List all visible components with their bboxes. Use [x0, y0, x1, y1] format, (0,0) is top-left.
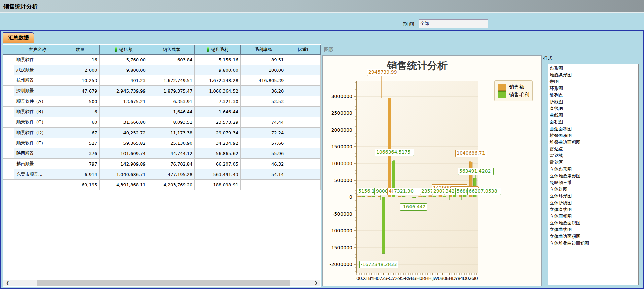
row-indicator: [3, 169, 14, 180]
column-header-cost[interactable]: 销售成本: [148, 45, 195, 55]
title-bar: 销售统计分析: [0, 0, 644, 13]
table-row[interactable]: 深圳顺景47,6792,945,739.991,879,375.471,066,…: [3, 86, 321, 96]
style-option[interactable]: 立体堆叠曲边面积图: [548, 240, 638, 247]
cell-margin: 36.20: [240, 86, 286, 96]
cell-qty: 6: [61, 107, 99, 117]
svg-text:2000000: 2000000: [331, 127, 352, 133]
cell-cost: 11,173.38: [148, 128, 195, 138]
row-indicator: [3, 148, 14, 159]
style-option[interactable]: 雷达线: [548, 152, 638, 159]
style-option[interactable]: 曲边面积图: [548, 125, 638, 132]
style-option[interactable]: 曼哈顿三维: [548, 179, 638, 186]
table-row[interactable]: 顺景软件（D）6740,252.7211,173.3829,079.3472.2…: [3, 128, 321, 138]
row-indicator: [3, 180, 14, 190]
cell-margin: [240, 107, 286, 117]
cell-name: 顺景软件（D）: [14, 128, 61, 138]
column-header-name[interactable]: 客户名称: [14, 45, 61, 55]
cell-name: 陕西顺景: [14, 148, 61, 159]
column-header-ratio[interactable]: 比重(: [286, 45, 321, 55]
cell-sales: 9,800.00: [99, 65, 148, 75]
horizontal-scrollbar[interactable]: ❮ ❯: [3, 280, 320, 286]
svg-text:-1500000: -1500000: [330, 245, 352, 250]
cell-ratio: [286, 180, 321, 190]
column-header-margin[interactable]: 毛利率%: [240, 45, 286, 55]
period-input[interactable]: [419, 19, 488, 28]
cell-sales: 4,391,868.11: [99, 180, 148, 190]
style-option[interactable]: 堆叠面积图: [548, 132, 638, 139]
cell-name: 顺景软件（C）: [14, 117, 61, 128]
style-option[interactable]: 雷达区: [548, 159, 638, 166]
style-option[interactable]: 散列点: [548, 92, 638, 99]
style-option[interactable]: 曲线图: [548, 112, 638, 119]
style-option[interactable]: 立体堆叠面积图: [548, 220, 638, 226]
scroll-right-icon[interactable]: ❯: [312, 280, 320, 286]
cell-sales: 59,365.82: [99, 138, 148, 148]
scrollbar-thumb[interactable]: [37, 280, 290, 286]
summary-table-panel: 客户名称数量销售额销售成本销售毛利毛利率%比重( 顺景软件165,760.006…: [3, 44, 321, 287]
column-header-sales[interactable]: 销售额: [99, 45, 148, 55]
chart-style-listbox[interactable]: 条形图堆叠条形图饼图环形图散列点折线图直线图曲线图面积图曲边面积图堆叠面积图堆叠…: [548, 64, 639, 285]
style-option[interactable]: 面积图: [548, 119, 638, 125]
table-row[interactable]: 顺景软件（E）52759,365.8225,130.9034,234.9257.…: [3, 138, 321, 148]
style-option[interactable]: 折线图: [548, 99, 638, 105]
svg-text:0: 0: [349, 194, 352, 200]
table-row[interactable]: 陕西顺景376101,609.7444,744.1256,865.6255.96: [3, 148, 321, 159]
style-option[interactable]: 立体曲线图: [548, 226, 638, 233]
tab-summary-data[interactable]: 汇总数据: [3, 32, 34, 43]
svg-text:1000000: 1000000: [331, 161, 352, 166]
table-row[interactable]: 顺景软件165,760.00603.845,156.1689.51: [3, 55, 321, 65]
data-label: 563491.4282: [458, 168, 494, 175]
table-row[interactable]: 顺景软件（C）6031,666.808,093.5123,573.2974.44: [3, 117, 321, 128]
scroll-left-icon[interactable]: ❮: [3, 280, 12, 286]
svg-text:-500000: -500000: [333, 211, 353, 217]
cell-sales: 31,666.80: [99, 117, 148, 128]
cell-profit: 56,865.62: [195, 148, 241, 159]
data-label: 2945739.99: [367, 69, 397, 76]
column-header-qty[interactable]: 数量: [61, 45, 99, 55]
style-option[interactable]: 立体折线图: [548, 200, 638, 206]
cell-margin: 53.53: [240, 96, 286, 107]
table-row[interactable]: 杭州顺景10,253401.231,672,749.51-1,672,348.2…: [3, 75, 321, 86]
style-option[interactable]: 立体环形图: [548, 193, 638, 200]
style-option[interactable]: 立体曲边面积图: [548, 233, 638, 240]
style-option[interactable]: 条形图: [548, 65, 638, 72]
cell-margin: 72.24: [240, 128, 286, 138]
style-option[interactable]: 饼图: [548, 78, 638, 85]
cell-ratio: [286, 107, 321, 117]
cell-name: [14, 180, 61, 190]
table-row[interactable]: 顺景软件（B）61,646.44-1,646.44: [3, 107, 321, 117]
cell-ratio: [286, 138, 321, 148]
table-header: 客户名称数量销售额销售成本销售毛利毛利率%比重(: [3, 45, 321, 55]
cell-cost: 1,672,749.51: [148, 75, 195, 86]
cell-profit: 1,066,364.52: [195, 86, 241, 96]
style-option[interactable]: 立体饼图: [548, 186, 638, 193]
table-row[interactable]: 69,1954,391,868.114,203,769.20188,098.91: [3, 180, 321, 190]
style-option[interactable]: 立体面积图: [548, 213, 638, 220]
legend-entry-sales: 销售额: [498, 84, 529, 91]
table-row[interactable]: 东莞市顺景...6,9141,040,686.71477,195.28563,4…: [3, 169, 321, 180]
style-option[interactable]: 立体直线图: [548, 206, 638, 213]
cell-ratio: [286, 96, 321, 107]
profit-swatch-icon: [498, 91, 506, 98]
data-label: 1066364.5175: [375, 149, 414, 156]
data-label: -1672348.2833: [359, 261, 398, 268]
style-option[interactable]: 雷达点: [548, 146, 638, 152]
cell-name: 顺景软件（B）: [14, 107, 61, 117]
table-row[interactable]: 越南顺景797142,909.8976,702.8466,207.0546.32: [3, 159, 321, 169]
style-option[interactable]: 直线图: [548, 105, 638, 112]
cell-qty: 527: [61, 138, 99, 148]
chart-group-border: [322, 44, 641, 44]
table-row[interactable]: 顺景软件（A）50013,675.216,353.917,321.3053.53: [3, 96, 321, 107]
style-option[interactable]: 立体堆叠条形图: [548, 173, 638, 179]
cell-cost: 603.84: [148, 55, 195, 65]
cell-margin: 100.00: [240, 65, 286, 75]
cell-cost: [148, 65, 195, 75]
table-row[interactable]: 武汉顺景2,0009,800.009,800.00100.00: [3, 65, 321, 75]
style-option[interactable]: 立体条形图: [548, 166, 638, 173]
style-option[interactable]: 堆叠曲边面积图: [548, 139, 638, 146]
cell-profit: 23,573.29: [195, 117, 241, 128]
column-header-profit[interactable]: 销售毛利: [195, 45, 241, 55]
sort-indicator-icon: [115, 47, 117, 52]
style-option[interactable]: 环形图: [548, 85, 638, 92]
style-option[interactable]: 堆叠条形图: [548, 72, 638, 78]
